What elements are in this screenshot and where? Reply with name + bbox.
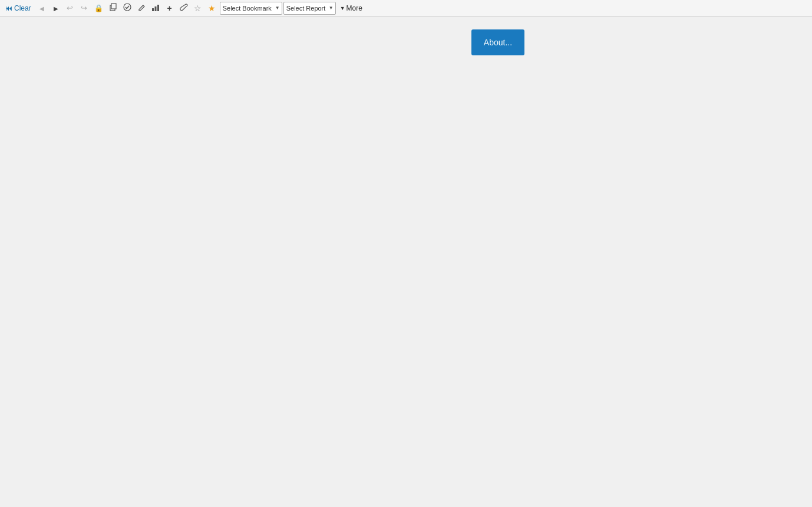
pencil-icon — [137, 4, 146, 13]
copy-button[interactable] — [107, 2, 120, 15]
undo-icon — [67, 4, 73, 12]
about-button[interactable]: About... — [471, 29, 524, 55]
plus-button[interactable] — [163, 2, 176, 15]
check-icon — [123, 3, 131, 13]
prev-button[interactable] — [35, 2, 48, 15]
select-report-wrapper: Select Report — [283, 2, 336, 15]
tool-icon — [180, 4, 188, 13]
redo-icon — [81, 4, 87, 12]
star-outline-button[interactable] — [192, 2, 204, 15]
star-outline-icon — [194, 4, 202, 13]
more-chevron-icon: ▼ — [340, 5, 345, 11]
prev-icon — [39, 5, 44, 12]
svg-rect-4 — [152, 8, 154, 11]
svg-rect-5 — [154, 6, 156, 11]
redo-button[interactable] — [78, 2, 91, 15]
toolbar: Clear 🔒 — [0, 0, 812, 16]
more-label: More — [346, 4, 362, 12]
lock-icon: 🔒 — [94, 4, 103, 12]
copy-icon — [109, 3, 117, 13]
clear-label: Clear — [14, 4, 31, 12]
lock-button[interactable]: 🔒 — [92, 2, 105, 15]
pencil-button[interactable] — [135, 2, 148, 15]
next-icon — [54, 5, 58, 12]
svg-rect-6 — [157, 5, 159, 11]
star-filled-button[interactable] — [206, 2, 219, 15]
more-button[interactable]: ▼ More — [337, 2, 365, 15]
svg-rect-1 — [111, 4, 116, 9]
star-filled-icon — [208, 4, 216, 13]
chart-icon — [151, 4, 160, 13]
check-button[interactable] — [121, 2, 134, 15]
select-bookmark-wrapper: Select Bookmark — [220, 2, 282, 15]
svg-point-2 — [124, 4, 131, 11]
main-content: About... — [0, 16, 812, 507]
undo-button[interactable] — [64, 2, 77, 15]
first-icon — [5, 4, 12, 12]
about-label: About... — [484, 38, 512, 47]
tool-button[interactable] — [177, 2, 190, 15]
chart-button[interactable] — [149, 2, 162, 15]
next-button[interactable] — [49, 2, 62, 15]
clear-button[interactable]: Clear — [2, 2, 34, 15]
select-report-dropdown[interactable]: Select Report — [283, 2, 336, 15]
select-bookmark-dropdown[interactable]: Select Bookmark — [220, 2, 282, 15]
plus-icon — [167, 4, 172, 13]
